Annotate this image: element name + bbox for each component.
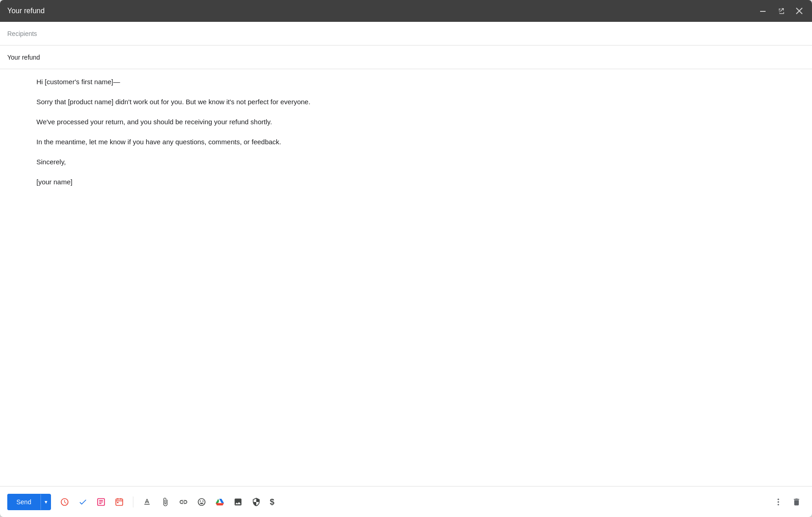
confidential-mode-button[interactable] <box>248 494 264 510</box>
insert-photo-button[interactable] <box>230 494 246 510</box>
compose-toolbar: Send ▾ <box>0 486 812 517</box>
more-options-button[interactable] <box>770 494 787 510</box>
format-text-button[interactable] <box>139 494 155 510</box>
window-title: Your refund <box>7 7 45 15</box>
insert-signature-button[interactable]: $ <box>266 494 278 510</box>
clock-icon <box>60 497 69 507</box>
more-vertical-icon <box>774 497 783 507</box>
photo-icon <box>233 497 243 507</box>
title-bar: Your refund <box>0 0 812 22</box>
recipients-input[interactable] <box>7 30 805 37</box>
send-dropdown-arrow: ▾ <box>45 499 47 505</box>
send-dropdown-button[interactable]: ▾ <box>41 494 51 510</box>
subject-row <box>0 46 812 69</box>
body-content: Hi [customer's first name]— Sorry that [… <box>36 76 805 188</box>
recipients-row <box>0 22 812 46</box>
svg-rect-0 <box>760 11 766 12</box>
paperclip-icon <box>161 497 170 507</box>
dollar-icon: $ <box>270 498 274 506</box>
svg-point-12 <box>777 504 779 505</box>
templates-icon <box>96 497 106 507</box>
send-button[interactable]: Send <box>7 494 41 510</box>
tasks-button[interactable] <box>75 494 91 510</box>
emoji-icon <box>197 497 206 507</box>
minimize-icon <box>759 7 766 15</box>
close-button[interactable] <box>794 5 805 16</box>
link-icon <box>179 497 188 507</box>
body-line-6: [your name] <box>36 177 805 188</box>
body-line-3: We've processed your return, and you sho… <box>36 117 805 127</box>
trash-icon <box>792 497 801 507</box>
attach-file-button[interactable] <box>157 494 173 510</box>
check-icon <box>78 497 87 507</box>
format-text-icon <box>142 497 152 507</box>
drive-icon <box>215 497 224 507</box>
toolbar-right-actions <box>770 494 805 510</box>
templates-button[interactable] <box>93 494 109 510</box>
body-line-1: Hi [customer's first name]— <box>36 76 805 87</box>
body-line-5: Sincerely, <box>36 157 805 167</box>
popout-button[interactable] <box>776 5 787 16</box>
compose-window: Your refund <box>0 0 812 517</box>
toolbar-divider-1 <box>133 497 133 507</box>
schedule-send-button[interactable] <box>56 494 73 510</box>
body-line-2: Sorry that [product name] didn't work ou… <box>36 96 805 107</box>
insert-drive-file-button[interactable] <box>212 494 228 510</box>
minimize-button[interactable] <box>757 5 768 16</box>
svg-point-10 <box>777 498 779 500</box>
email-body[interactable]: Hi [customer's first name]— Sorry that [… <box>0 69 812 486</box>
body-line-4: In the meantime, let me know if you have… <box>36 137 805 147</box>
discard-button[interactable] <box>788 494 805 510</box>
subject-input[interactable] <box>7 54 805 61</box>
svg-rect-9 <box>117 502 118 503</box>
insert-event-button[interactable] <box>111 494 127 510</box>
svg-rect-5 <box>116 499 122 505</box>
confidential-icon <box>252 497 261 507</box>
svg-point-11 <box>777 501 779 502</box>
close-icon <box>796 7 803 15</box>
calendar-icon <box>115 497 124 507</box>
insert-link-button[interactable] <box>175 494 192 510</box>
popout-icon <box>777 7 785 15</box>
insert-emoji-button[interactable] <box>193 494 210 510</box>
send-button-group: Send ▾ <box>7 494 51 510</box>
window-controls <box>757 5 805 16</box>
